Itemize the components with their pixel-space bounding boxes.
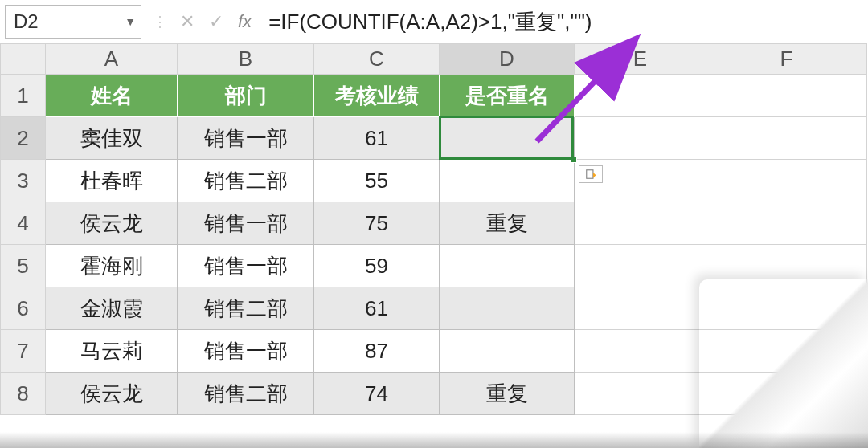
chevron-down-icon[interactable]: ▼: [125, 15, 136, 28]
cell-E5[interactable]: [575, 245, 706, 287]
col-header-F[interactable]: F: [706, 44, 867, 75]
cell-E8[interactable]: [575, 373, 706, 415]
cell-A6[interactable]: 金淑霞: [46, 287, 178, 330]
cell-E2[interactable]: [575, 117, 706, 160]
header-name[interactable]: 姓名: [46, 75, 178, 117]
row-header-8[interactable]: 8: [1, 373, 46, 415]
header-dept[interactable]: 部门: [178, 75, 314, 117]
cell-D2[interactable]: [440, 117, 575, 160]
page-curl-decoration: [699, 279, 868, 448]
cell-A7[interactable]: 马云莉: [46, 330, 178, 373]
cell-C6[interactable]: 61: [314, 287, 440, 330]
col-header-B[interactable]: B: [178, 44, 314, 75]
cell-D7[interactable]: [440, 330, 575, 373]
cell-D6[interactable]: [440, 287, 575, 330]
cell-F1[interactable]: [706, 75, 867, 117]
cell-B3[interactable]: 销售二部: [178, 160, 314, 202]
cell-A8[interactable]: 侯云龙: [46, 373, 178, 415]
cell-D8[interactable]: 重复: [440, 373, 575, 415]
formula-bar-buttons: ⋮ ✕ ✓: [153, 11, 223, 32]
cell-A4[interactable]: 侯云龙: [46, 202, 178, 245]
formula-input[interactable]: =IF(COUNTIF(A:A,A2)>1,"重复",""): [260, 5, 868, 39]
row-header-6[interactable]: 6: [1, 287, 46, 330]
cell-E6[interactable]: [575, 287, 706, 330]
cell-B2[interactable]: 销售一部: [178, 117, 314, 160]
cell-A5[interactable]: 霍海刚: [46, 245, 178, 287]
cell-E1[interactable]: [575, 75, 706, 117]
cell-A2[interactable]: 窦佳双: [46, 117, 178, 160]
cell-B7[interactable]: 销售一部: [178, 330, 314, 373]
cell-B5[interactable]: 销售一部: [178, 245, 314, 287]
header-score[interactable]: 考核业绩: [314, 75, 440, 117]
header-dup[interactable]: 是否重名: [440, 75, 575, 117]
cell-F4[interactable]: [706, 202, 867, 245]
row-header-7[interactable]: 7: [1, 330, 46, 373]
name-box[interactable]: D2 ▼: [5, 5, 141, 39]
cell-C5[interactable]: 59: [314, 245, 440, 287]
cell-A3[interactable]: 杜春晖: [46, 160, 178, 202]
cell-E7[interactable]: [575, 330, 706, 373]
accept-icon[interactable]: ✓: [209, 11, 223, 32]
select-all-corner[interactable]: [1, 44, 46, 75]
cell-B6[interactable]: 销售二部: [178, 287, 314, 330]
cell-B8[interactable]: 销售二部: [178, 373, 314, 415]
fill-handle[interactable]: [571, 157, 577, 163]
cell-C8[interactable]: 74: [314, 373, 440, 415]
cell-D3[interactable]: [440, 160, 575, 202]
row-header-1[interactable]: 1: [1, 75, 46, 117]
cell-B4[interactable]: 销售一部: [178, 202, 314, 245]
col-header-D[interactable]: D: [440, 44, 575, 75]
cell-C3[interactable]: 55: [314, 160, 440, 202]
cell-C2[interactable]: 61: [314, 117, 440, 160]
col-header-E[interactable]: E: [575, 44, 706, 75]
formula-bar: D2 ▼ ⋮ ✕ ✓ fx =IF(COUNTIF(A:A,A2)>1,"重复"…: [0, 0, 868, 43]
row-header-4[interactable]: 4: [1, 202, 46, 245]
cell-F2[interactable]: [706, 117, 867, 160]
cell-D4[interactable]: 重复: [440, 202, 575, 245]
name-box-value: D2: [14, 10, 39, 33]
cell-E4[interactable]: [575, 202, 706, 245]
cell-C4[interactable]: 75: [314, 202, 440, 245]
cell-D5[interactable]: [440, 245, 575, 287]
paste-options-icon[interactable]: [579, 165, 603, 183]
col-header-A[interactable]: A: [46, 44, 178, 75]
cell-F3[interactable]: [706, 160, 867, 202]
cancel-icon[interactable]: ✕: [180, 11, 194, 32]
svg-rect-0: [587, 170, 593, 179]
fx-label[interactable]: fx: [238, 11, 252, 32]
row-header-5[interactable]: 5: [1, 245, 46, 287]
col-header-C[interactable]: C: [314, 44, 440, 75]
cell-C7[interactable]: 87: [314, 330, 440, 373]
dots-icon: ⋮: [153, 13, 166, 31]
row-header-2[interactable]: 2: [1, 117, 46, 160]
row-header-3[interactable]: 3: [1, 160, 46, 202]
